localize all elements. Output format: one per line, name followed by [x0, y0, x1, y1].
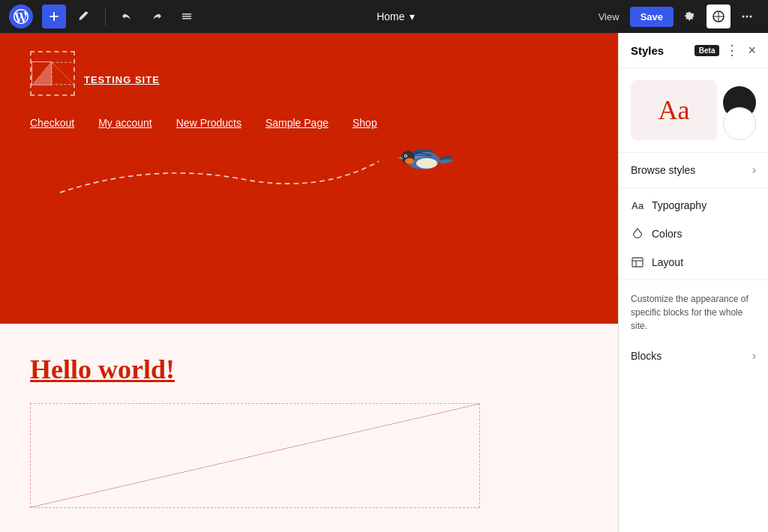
colors-icon [631, 227, 644, 241]
svg-point-2 [746, 16, 748, 18]
site-content: Hello world! [0, 324, 618, 532]
site-header: TESTING SITE Checkout My account New Pro… [0, 33, 618, 324]
colors-item[interactable]: Colors [619, 220, 768, 248]
redo-icon [151, 10, 163, 22]
logo-placeholder-icon [52, 60, 74, 87]
panel-divider-2 [619, 279, 768, 280]
gear-icon [684, 10, 696, 22]
page-title-chevron: ▾ [410, 10, 415, 22]
page-title-label: Home [376, 10, 404, 22]
dashed-path [60, 144, 435, 204]
more-options-button[interactable] [735, 4, 759, 28]
canvas-area[interactable]: TESTING SITE Checkout My account New Pro… [0, 33, 618, 532]
wp-logo-icon [14, 9, 28, 24]
typography-item[interactable]: Aa Typography [619, 191, 768, 220]
droplet-icon [632, 228, 643, 240]
panel-divider-1 [619, 187, 768, 188]
layout-item[interactable]: Layout [619, 248, 768, 276]
panel-title: Styles [631, 44, 688, 57]
site-canvas: TESTING SITE Checkout My account New Pro… [0, 33, 618, 532]
layout-icon [631, 256, 644, 269]
typography-preview: Aa [631, 80, 717, 140]
panel-menu: Browse styles › Aa Typography Colors [619, 153, 768, 373]
bird-image [393, 136, 453, 181]
browse-styles-arrow: › [752, 163, 756, 177]
pencil-icon [78, 10, 90, 22]
toolbar-center: Home ▾ [205, 6, 586, 27]
svg-rect-14 [632, 258, 643, 267]
hello-world-heading: Hello world! [30, 354, 588, 385]
settings-button[interactable] [678, 4, 702, 28]
more-icon [741, 10, 753, 22]
panel-close-button[interactable]: × [748, 43, 756, 57]
blocks-item[interactable]: Blocks › [619, 342, 768, 370]
svg-point-9 [416, 158, 437, 169]
svg-point-8 [405, 158, 414, 164]
nav-shop[interactable]: Shop [352, 117, 377, 129]
svg-point-3 [750, 16, 752, 18]
svg-line-5 [52, 62, 74, 84]
beta-badge: Beta [694, 45, 720, 56]
redo-button[interactable] [145, 4, 169, 28]
svg-point-11 [405, 155, 406, 157]
page-title-button[interactable]: Home ▾ [369, 6, 422, 27]
nav-checkout[interactable]: Checkout [30, 117, 74, 129]
view-button[interactable]: View [592, 7, 626, 27]
content-placeholder [30, 403, 480, 508]
undo-button[interactable] [115, 4, 139, 28]
style-preview: Aa [619, 68, 768, 153]
blocks-arrow: › [752, 349, 756, 363]
site-logo [30, 51, 75, 96]
add-block-button[interactable] [42, 4, 66, 28]
toolbar-right: View Save [592, 4, 759, 28]
color-dot-light [723, 107, 756, 140]
main-area: TESTING SITE Checkout My account New Pro… [0, 33, 768, 532]
nav-myaccount[interactable]: My account [98, 117, 152, 129]
plus-icon [48, 10, 60, 22]
panel-more-button[interactable]: ⋮ [725, 42, 739, 58]
undo-icon [121, 10, 133, 22]
svg-point-1 [742, 16, 745, 18]
styles-icon [712, 10, 724, 22]
site-title: TESTING SITE [84, 74, 160, 85]
panel-description: Customize the appearance of specific blo… [619, 283, 768, 342]
wp-logo[interactable] [9, 4, 33, 28]
nav-newproducts[interactable]: New Products [176, 117, 242, 129]
styles-button[interactable] [706, 4, 730, 28]
toolbar: Home ▾ View Save [0, 0, 768, 33]
typography-icon: Aa [631, 199, 644, 212]
list-icon [181, 10, 193, 22]
preview-aa-label: Aa [658, 94, 690, 126]
save-button[interactable]: Save [630, 7, 674, 27]
browse-styles-item[interactable]: Browse styles › [619, 156, 768, 184]
list-view-button[interactable] [175, 4, 199, 28]
layout-svg-icon [632, 257, 644, 267]
toolbar-divider-1 [105, 7, 106, 25]
panel-header: Styles Beta ⋮ × [619, 33, 768, 68]
tools-button[interactable] [72, 4, 96, 28]
site-nav: Checkout My account New Products Sample … [30, 117, 588, 129]
hero-content [30, 129, 588, 279]
nav-samplepage[interactable]: Sample Page [266, 117, 328, 129]
styles-panel: Styles Beta ⋮ × Aa Browse styles › [618, 33, 768, 532]
